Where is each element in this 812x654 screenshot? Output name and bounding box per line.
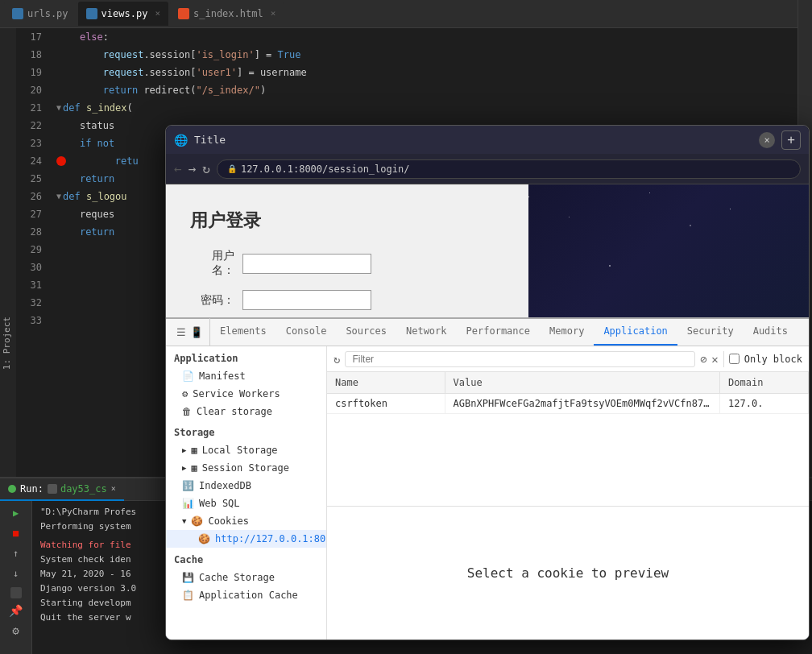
tab-sindex-html[interactable]: s_index.html × xyxy=(170,2,284,26)
tab-application[interactable]: Application xyxy=(594,318,677,346)
mobile-icon[interactable]: 📱 xyxy=(190,326,203,338)
cache-section-header: Cache xyxy=(166,548,326,569)
username-label: 用户名： xyxy=(190,249,234,278)
clear-storage-icon: 🗑 xyxy=(182,406,192,417)
cookies-icon: 🍪 xyxy=(191,515,203,527)
tab-elements[interactable]: Elements xyxy=(210,318,276,346)
password-input[interactable] xyxy=(242,290,371,310)
cookie-url-icon: 🍪 xyxy=(198,533,210,544)
sidebar-item-local-storage[interactable]: ▶ ▦ Local Storage xyxy=(166,441,326,459)
new-tab-button[interactable]: + xyxy=(781,130,801,150)
login-title: 用户登录 xyxy=(190,209,504,233)
separator xyxy=(723,351,724,367)
tab-close-html-icon[interactable]: × xyxy=(271,5,276,23)
refresh-cookies-button[interactable]: ↻ xyxy=(334,353,340,366)
tab-sindex-label: s_index.html xyxy=(193,5,263,23)
expand-local-icon: ▶ xyxy=(182,446,186,454)
sidebar-item-cookie-url[interactable]: 🍪 http://127.0.0.1:8000 xyxy=(166,530,326,548)
tab-views-py[interactable]: views.py × xyxy=(78,2,168,26)
col-value: Value xyxy=(445,372,720,394)
tab-views-label: views.py xyxy=(102,5,148,23)
manifest-icon: 📄 xyxy=(182,370,194,382)
cache-storage-icon: 💾 xyxy=(182,572,194,583)
pin-button[interactable]: 📌 xyxy=(8,602,24,619)
scroll-down-button[interactable]: ↓ xyxy=(8,565,24,582)
username-row: 用户名： xyxy=(190,249,504,278)
sidebar-item-application-cache[interactable]: 📋 Application Cache xyxy=(166,586,326,604)
storage-section-header: Storage xyxy=(166,420,326,441)
close-run-button[interactable] xyxy=(10,587,22,598)
html-icon xyxy=(178,8,189,19)
tab-memory[interactable]: Memory xyxy=(540,318,594,346)
sidebar-item-websql[interactable]: 📊 Web SQL xyxy=(166,495,326,512)
table-row[interactable]: csrftoken AGBnXPHFWceFGa2mafjtFa9tsyVOEm… xyxy=(327,394,809,414)
tab-audits[interactable]: Audits xyxy=(744,318,798,346)
devtools-icons: ☰ 📱 xyxy=(170,318,210,346)
tab-security[interactable]: Security xyxy=(677,318,744,346)
tab-sources[interactable]: Sources xyxy=(336,318,396,346)
cell-domain: 127.0. xyxy=(720,394,809,414)
password-row: 密码： xyxy=(190,290,504,310)
sidebar-item-session-storage[interactable]: ▶ ▦ Session Storage xyxy=(166,459,326,477)
application-section-header: Application xyxy=(166,346,326,367)
py-icon xyxy=(12,8,23,19)
run-icon xyxy=(8,485,16,493)
run-sidebar: ▶ ■ ↑ ↓ 📌 ⚙ xyxy=(0,501,32,654)
editor-tabs: urls.py views.py × s_index.html × xyxy=(0,0,812,28)
sidebar-item-cache-storage[interactable]: 💾 Cache Storage xyxy=(166,569,326,586)
devtools-body: Application 📄 Manifest ⚙ Service Workers… xyxy=(166,346,809,640)
address-bar[interactable]: 🔒 127.0.0.1:8000/session_login/ xyxy=(217,159,801,179)
col-name: Name xyxy=(327,372,445,394)
settings-button[interactable]: ⚙ xyxy=(8,623,24,639)
app-main: ↻ ⊘ ✕ Only block xyxy=(327,346,809,640)
tab-performance[interactable]: Performance xyxy=(457,318,540,346)
globe-icon: 🌐 xyxy=(174,134,188,147)
project-icon xyxy=(48,484,57,494)
clear-icon[interactable]: ✕ xyxy=(711,353,718,366)
sidebar-item-clear-storage[interactable]: 🗑 Clear storage xyxy=(166,403,326,420)
expand-session-icon: ▶ xyxy=(182,464,186,472)
grid-session-icon: ▦ xyxy=(191,462,197,474)
tab-urls-py[interactable]: urls.py xyxy=(4,2,77,26)
lock-icon: 🔒 xyxy=(227,164,237,173)
username-input[interactable] xyxy=(242,254,371,274)
table-header: Name Value Domain xyxy=(327,372,809,394)
filter-input[interactable] xyxy=(345,351,694,367)
block-icon[interactable]: ⊘ xyxy=(700,353,706,366)
tab-network[interactable]: Network xyxy=(396,318,457,346)
browser-close-button[interactable]: × xyxy=(759,132,775,148)
col-domain: Domain xyxy=(720,372,809,394)
sidebar-item-cookies-header[interactable]: ▼ 🍪 Cookies xyxy=(166,512,326,530)
back-button[interactable]: ← xyxy=(174,161,182,176)
sidebar-item-manifest[interactable]: 📄 Manifest xyxy=(166,367,326,385)
tab-console[interactable]: Console xyxy=(276,318,337,346)
scroll-up-button[interactable]: ↑ xyxy=(8,545,24,561)
table-body: csrftoken AGBnXPHFWceFGa2mafjtFa9tsyVOEm… xyxy=(327,394,809,414)
only-block-label: Only block xyxy=(744,354,802,365)
refresh-button[interactable]: ↻ xyxy=(202,161,210,176)
only-block-checkbox[interactable] xyxy=(729,354,740,364)
cookies-table: Name Value Domain csrftoken AGBnXPHFWceF… xyxy=(327,372,809,506)
browser-nav: ← → ↻ 🔒 127.0.0.1:8000/session_login/ xyxy=(166,154,809,184)
app-sidebar: Application 📄 Manifest ⚙ Service Workers… xyxy=(166,346,327,640)
sidebar-item-indexeddb[interactable]: 🔢 IndexedDB xyxy=(166,477,326,495)
project-label: 1: Project xyxy=(0,317,16,370)
devtools-tabs: ☰ 📱 Elements Console Sources Network Per… xyxy=(166,319,809,346)
cell-value: AGBnXPHFWceFGa2mafjtFa9tsyVOEm0MWqf2vVCf… xyxy=(445,394,720,414)
forward-button[interactable]: → xyxy=(188,161,197,176)
browser-main: 用户登录 用户名： 密码： 提交 ☰ xyxy=(166,184,809,640)
tab-close-icon[interactable]: × xyxy=(155,5,160,23)
browser-titlebar: 🌐 Title × + xyxy=(166,126,809,154)
cell-name: csrftoken xyxy=(327,394,445,414)
cursor-icon[interactable]: ☰ xyxy=(176,326,186,338)
run-tab[interactable]: Run: day53_cs × xyxy=(0,478,124,501)
run-project-label: day53_cs xyxy=(48,480,107,498)
websql-icon: 📊 xyxy=(182,498,194,509)
stop-button[interactable]: ■ xyxy=(8,525,24,541)
indexeddb-icon: 🔢 xyxy=(182,480,194,491)
tab-urls-label: urls.py xyxy=(27,5,68,23)
restart-button[interactable]: ▶ xyxy=(8,505,24,521)
sidebar-item-service-workers[interactable]: ⚙ Service Workers xyxy=(166,385,326,403)
url-text: 127.0.0.1:8000/session_login/ xyxy=(241,164,410,175)
run-close-icon[interactable]: × xyxy=(111,480,116,498)
